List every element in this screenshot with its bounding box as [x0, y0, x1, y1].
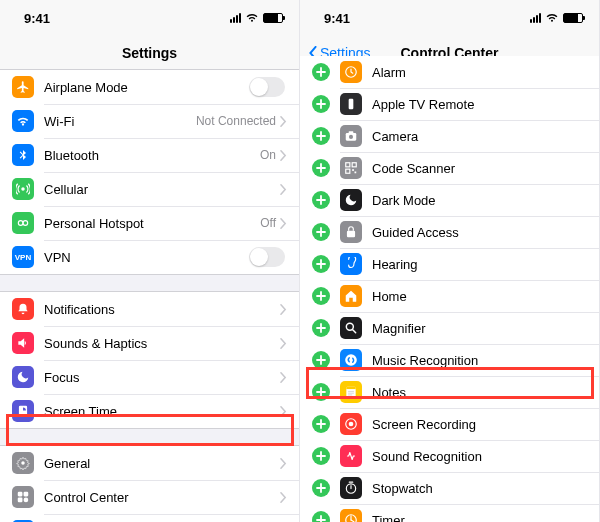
clock-icon	[340, 61, 362, 83]
add-button[interactable]	[312, 191, 330, 209]
airplane-toggle[interactable]	[249, 77, 285, 97]
row-general[interactable]: General	[0, 446, 299, 480]
cc-row-screen-recording[interactable]: Screen Recording	[300, 408, 599, 440]
cc-row-apple-tv-remote[interactable]: Apple TV Remote	[300, 88, 599, 120]
row-detail: Not Connected	[196, 114, 276, 128]
cc-row-dark-mode[interactable]: Dark Mode	[300, 184, 599, 216]
cc-row-camera[interactable]: Camera	[300, 120, 599, 152]
add-button[interactable]	[312, 447, 330, 465]
airplane-icon	[12, 76, 34, 98]
shazam-icon	[340, 349, 362, 371]
svg-rect-20	[352, 163, 356, 167]
general-icon	[12, 452, 34, 474]
row-hotspot[interactable]: Personal Hotspot Off	[0, 206, 299, 240]
svg-point-2	[23, 221, 28, 226]
cc-row-music-recognition[interactable]: Music Recognition	[300, 344, 599, 376]
cc-row-stopwatch[interactable]: Stopwatch	[300, 472, 599, 504]
add-button[interactable]	[312, 223, 330, 241]
add-button[interactable]	[312, 479, 330, 497]
svg-rect-23	[355, 172, 357, 174]
camera-icon	[340, 125, 362, 147]
svg-rect-18	[349, 131, 354, 133]
row-detail: Off	[260, 216, 276, 230]
battery-icon	[563, 13, 583, 23]
cc-row-guided-access[interactable]: Guided Access	[300, 216, 599, 248]
row-display[interactable]: AA Display & Brightness	[0, 514, 299, 522]
settings-list[interactable]: Airplane Mode Wi-Fi Not Connected Blueto…	[0, 70, 299, 522]
status-time: 9:41	[24, 11, 50, 26]
cc-label: Code Scanner	[372, 161, 455, 176]
svg-rect-15	[349, 99, 354, 110]
row-label: Cellular	[44, 182, 280, 197]
cc-row-timer[interactable]: Timer	[300, 504, 599, 522]
chevron-right-icon	[280, 116, 287, 127]
add-button[interactable]	[312, 511, 330, 522]
cc-label: Magnifier	[372, 321, 425, 336]
timer-icon	[340, 509, 362, 522]
row-cellular[interactable]: Cellular	[0, 172, 299, 206]
svg-point-30	[349, 422, 354, 427]
add-button[interactable]	[312, 127, 330, 145]
svg-rect-5	[24, 492, 29, 497]
row-screentime[interactable]: Screen Time	[0, 394, 299, 428]
add-button[interactable]	[312, 95, 330, 113]
group-general: General Control Center AA Display & Brig…	[0, 445, 299, 522]
add-button[interactable]	[312, 319, 330, 337]
add-button[interactable]	[312, 383, 330, 401]
svg-point-17	[349, 135, 353, 139]
cc-label: Alarm	[372, 65, 406, 80]
status-bar: 9:41	[0, 0, 299, 36]
notes-icon	[340, 381, 362, 403]
row-vpn[interactable]: VPN VPN	[0, 240, 299, 274]
sound-icon	[340, 445, 362, 467]
stopwatch-icon	[340, 477, 362, 499]
screentime-icon	[12, 400, 34, 422]
cc-label: Apple TV Remote	[372, 97, 474, 112]
status-bar: 9:41	[300, 0, 599, 36]
cc-row-sound-recognition[interactable]: Sound Recognition	[300, 440, 599, 472]
svg-rect-22	[352, 169, 354, 171]
row-detail: On	[260, 148, 276, 162]
cc-row-home[interactable]: Home	[300, 280, 599, 312]
cc-row-alarm[interactable]: Alarm	[300, 56, 599, 88]
add-button[interactable]	[312, 351, 330, 369]
group-notifications: Notifications Sounds & Haptics Focus Scr…	[0, 291, 299, 429]
cc-row-magnifier[interactable]: Magnifier	[300, 312, 599, 344]
hotspot-icon	[12, 212, 34, 234]
row-airplane[interactable]: Airplane Mode	[0, 70, 299, 104]
wifi-icon	[12, 110, 34, 132]
row-label: Bluetooth	[44, 148, 260, 163]
cc-row-code-scanner[interactable]: Code Scanner	[300, 152, 599, 184]
settings-screen: 9:41 Settings Airplane Mode Wi-Fi Not Co…	[0, 0, 300, 522]
row-label: VPN	[44, 250, 249, 265]
status-icons	[230, 13, 283, 23]
status-icons	[530, 13, 583, 23]
add-button[interactable]	[312, 159, 330, 177]
cellular-signal-icon	[530, 13, 541, 23]
cc-row-notes[interactable]: Notes	[300, 376, 599, 408]
chevron-right-icon	[280, 372, 287, 383]
vpn-toggle[interactable]	[249, 247, 285, 267]
row-label: Airplane Mode	[44, 80, 249, 95]
add-button[interactable]	[312, 255, 330, 273]
qr-icon	[340, 157, 362, 179]
cellular-signal-icon	[230, 13, 241, 23]
row-focus[interactable]: Focus	[0, 360, 299, 394]
row-label: Personal Hotspot	[44, 216, 260, 231]
row-bluetooth[interactable]: Bluetooth On	[0, 138, 299, 172]
add-button[interactable]	[312, 415, 330, 433]
svg-rect-4	[18, 492, 23, 497]
add-button[interactable]	[312, 287, 330, 305]
row-label: Control Center	[44, 490, 280, 505]
remote-icon	[340, 93, 362, 115]
cc-row-hearing[interactable]: Hearing	[300, 248, 599, 280]
add-button[interactable]	[312, 63, 330, 81]
controlcenter-icon	[12, 486, 34, 508]
controlcenter-list[interactable]: Alarm Apple TV Remote Camera Code Scanne…	[300, 56, 599, 522]
row-notifications[interactable]: Notifications	[0, 292, 299, 326]
cellular-icon	[12, 178, 34, 200]
row-sounds[interactable]: Sounds & Haptics	[0, 326, 299, 360]
row-wifi[interactable]: Wi-Fi Not Connected	[0, 104, 299, 138]
svg-rect-6	[18, 498, 23, 503]
row-controlcenter[interactable]: Control Center	[0, 480, 299, 514]
